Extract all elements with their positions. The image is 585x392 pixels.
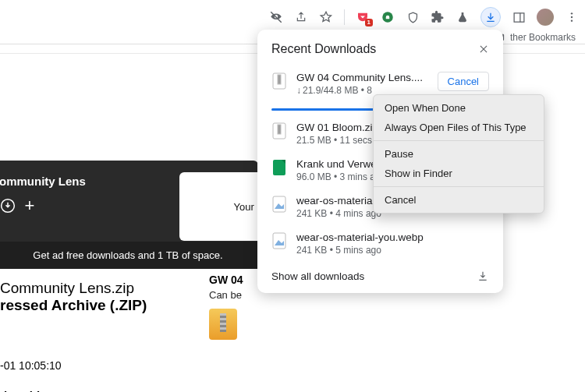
plus-icon[interactable]: + <box>21 197 38 214</box>
downloads-icon[interactable] <box>480 7 501 27</box>
file-details: Community Lens.zip ressed Archive (.ZIP)… <box>0 280 147 392</box>
bookmark-bar: ther Bookmarks <box>494 31 576 43</box>
share-icon[interactable] <box>294 10 308 24</box>
download-to-folder-icon[interactable] <box>477 270 489 282</box>
zip-file-icon <box>271 123 287 139</box>
flask-icon[interactable] <box>456 10 470 24</box>
zip-file-icon <box>271 73 287 89</box>
side-panel-icon[interactable] <box>512 10 526 24</box>
close-icon[interactable] <box>478 44 489 55</box>
menu-cancel[interactable]: Cancel <box>374 190 544 210</box>
svg-point-4 <box>571 12 573 14</box>
pocket-badge: 1 <box>365 19 373 26</box>
svg-rect-15 <box>276 169 282 171</box>
browser-toolbar: 1 <box>269 6 579 28</box>
download-item[interactable]: wear-os-material-you.webp 241 KB • 5 min… <box>257 225 503 262</box>
ad-strip[interactable]: Get ad free downloads and 1 TB of space. <box>0 242 257 269</box>
toolbar-divider <box>344 9 345 25</box>
menu-separator <box>374 186 544 187</box>
image-file-icon <box>271 196 287 212</box>
menu-open-when-done[interactable]: Open When Done <box>374 98 544 118</box>
zip-archive-icon <box>209 309 237 340</box>
menu-separator <box>374 140 544 141</box>
show-all-downloads-link[interactable]: Show all downloads <box>271 270 364 282</box>
archive-heading: d Archive Formats <box>0 389 147 392</box>
other-bookmarks-label[interactable]: ther Bookmarks <box>510 32 576 43</box>
kebab-menu-icon[interactable] <box>565 10 579 24</box>
incognito-icon[interactable] <box>269 10 283 24</box>
avatar-icon[interactable] <box>537 9 554 26</box>
svg-rect-14 <box>276 166 282 168</box>
menu-pause[interactable]: Pause <box>374 144 544 164</box>
star-icon[interactable] <box>319 10 333 24</box>
ad-text: Get ad free downloads and 1 TB of space. <box>33 249 222 261</box>
svg-point-5 <box>571 16 573 18</box>
extensions-icon[interactable] <box>431 10 445 24</box>
downloads-title: Recent Downloads <box>271 42 376 56</box>
file-type: ressed Archive (.ZIP) <box>0 297 147 314</box>
svg-rect-9 <box>278 75 281 84</box>
download-name: wear-os-material-you.webp <box>296 231 489 243</box>
download-context-menu: Open When Done Always Open Files of This… <box>373 94 544 214</box>
download-circle-icon[interactable] <box>0 197 16 214</box>
cancel-button[interactable]: Cancel <box>438 72 489 91</box>
image-file-icon <box>271 233 287 249</box>
adblock-icon[interactable] <box>381 10 395 24</box>
download-sub: 241 KB • 5 mins ago <box>296 245 489 256</box>
svg-rect-2 <box>514 12 524 21</box>
menu-show-in-finder[interactable]: Show in Finder <box>374 164 544 183</box>
svg-point-6 <box>571 19 573 21</box>
shield-icon[interactable] <box>406 10 420 24</box>
green-doc-icon <box>271 160 287 175</box>
svg-rect-11 <box>278 125 281 134</box>
menu-always-open-type[interactable]: Always Open Files of This Type <box>374 118 544 137</box>
pocket-icon[interactable]: 1 <box>356 10 370 24</box>
file-timestamp: -01 10:05:10 <box>0 359 147 372</box>
file-name: Community Lens.zip <box>0 280 147 297</box>
